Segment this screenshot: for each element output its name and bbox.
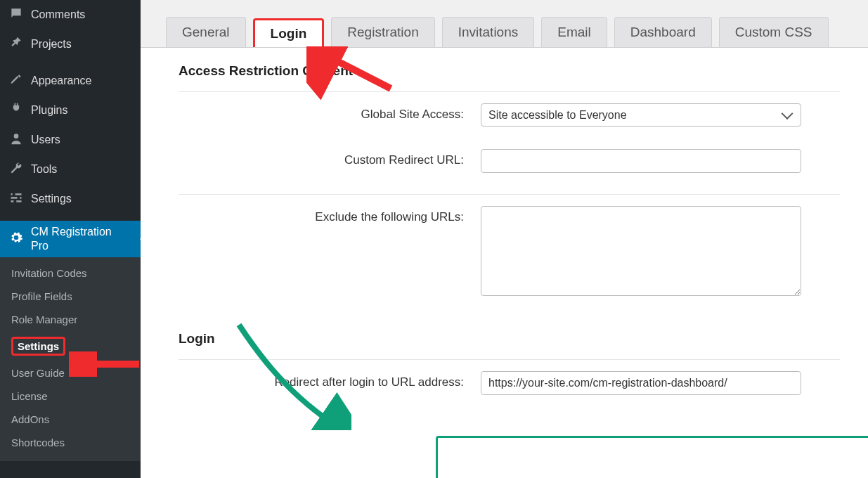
svg-point-0 [14, 134, 19, 138]
annotation-arrow-red-login-tab [306, 46, 405, 103]
plug-icon [8, 102, 24, 119]
tab-registration[interactable]: Registration [331, 17, 434, 47]
sidebar-item-plugins[interactable]: Plugins [0, 96, 141, 125]
user-icon [8, 131, 24, 149]
row-exclude-urls: Exclude the following URLs: [141, 195, 868, 310]
label-global-site-access: Global Site Access: [179, 103, 481, 122]
textarea-exclude-urls[interactable] [481, 206, 801, 296]
submenu-item-role-manager[interactable]: Role Manager [0, 308, 141, 331]
tab-panel: Access Restriction Content Global Site A… [141, 47, 868, 478]
annotation-arrow-green-redirect [211, 318, 351, 430]
submenu-item-addons[interactable]: AddOns [0, 408, 141, 431]
sidebar-item-projects[interactable]: Projects [0, 30, 141, 59]
sidebar-item-label: Comments [31, 8, 85, 21]
input-redirect-after-login[interactable] [481, 371, 801, 395]
pin-icon [8, 36, 24, 53]
svg-line-7 [328, 56, 391, 89]
sidebar-item-tools[interactable]: Tools [0, 155, 141, 184]
comment-icon [8, 6, 24, 24]
tab-email[interactable]: Email [541, 17, 607, 47]
label-custom-redirect-url: Custom Redirect URL: [179, 149, 481, 167]
annotation-arrow-red-settings [69, 351, 146, 377]
svg-point-4 [13, 193, 15, 195]
select-global-site-access[interactable]: Site accessible to Everyone [481, 103, 801, 127]
sidebar-item-label: Users [31, 134, 60, 146]
tab-general[interactable]: General [166, 17, 246, 47]
sidebar-item-cm-registration-pro[interactable]: CM Registration Pro [0, 221, 141, 257]
gear-icon [8, 231, 24, 248]
wrench-icon [8, 161, 24, 179]
submenu-item-invitation-codes[interactable]: Invitation Codes [0, 261, 141, 285]
submenu-item-label: Settings [11, 337, 65, 356]
tab-login[interactable]: Login [253, 18, 325, 47]
input-custom-redirect-url[interactable] [481, 149, 801, 173]
row-custom-redirect-url: Custom Redirect URL: [141, 138, 868, 184]
svg-point-5 [17, 196, 20, 199]
brush-icon [8, 72, 24, 90]
sidebar-item-label: Plugins [31, 104, 67, 117]
main-panel: GeneralLoginRegistrationInvitationsEmail… [141, 0, 868, 478]
label-exclude-urls: Exclude the following URLs: [179, 206, 481, 224]
tabs-bar: GeneralLoginRegistrationInvitationsEmail… [141, 0, 868, 47]
sidebar-item-label: CM Registration Pro [31, 225, 132, 253]
sidebar-item-label: Tools [31, 163, 57, 176]
sidebar-item-label: Settings [31, 193, 72, 205]
sidebar-item-users[interactable]: Users [0, 125, 141, 155]
sidebar-item-label: Appearance [31, 75, 91, 87]
submenu-item-license[interactable]: License [0, 385, 141, 408]
submenu-item-shortcodes[interactable]: Shortcodes [0, 431, 141, 454]
tab-invitations[interactable]: Invitations [442, 17, 535, 47]
svg-point-6 [13, 200, 16, 202]
annotation-highlight-box [436, 436, 868, 478]
submenu-item-profile-fields[interactable]: Profile Fields [0, 285, 141, 308]
sliders-icon [8, 190, 24, 208]
sidebar-item-comments[interactable]: Comments [0, 0, 141, 30]
sidebar-item-label: Projects [31, 38, 72, 51]
row-global-site-access: Global Site Access: Site accessible to E… [141, 92, 868, 138]
tab-dashboard[interactable]: Dashboard [614, 17, 712, 47]
sidebar-item-settings[interactable]: Settings [0, 184, 141, 214]
admin-sidebar: CommentsProjectsAppearancePluginsUsersTo… [0, 0, 141, 478]
tab-custom-css[interactable]: Custom CSS [719, 17, 829, 47]
section-access-title: Access Restriction Content [179, 63, 840, 86]
sidebar-item-appearance[interactable]: Appearance [0, 66, 141, 96]
